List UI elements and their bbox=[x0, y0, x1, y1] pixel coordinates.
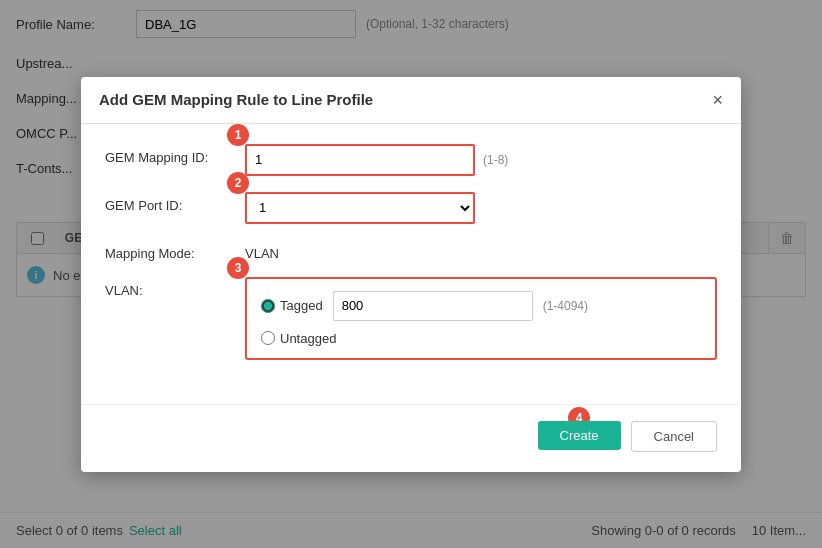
modal-overlay: Add GEM Mapping Rule to Line Profile × G… bbox=[0, 0, 822, 548]
vlan-controls: 3 Tagged (1-4094) bbox=[245, 277, 717, 360]
modal-divider bbox=[81, 404, 741, 405]
tagged-radio[interactable] bbox=[261, 299, 275, 313]
untagged-radio-label[interactable]: Untagged bbox=[261, 331, 336, 346]
mapping-mode-label: Mapping Mode: bbox=[105, 240, 235, 261]
gem-mapping-id-controls: 1 (1-8) bbox=[245, 144, 717, 176]
gem-mapping-id-input[interactable] bbox=[245, 144, 475, 176]
vlan-row: VLAN: 3 Tagged (1-4094) bbox=[105, 277, 717, 360]
untagged-label: Untagged bbox=[280, 331, 336, 346]
vlan-untagged-row: Untagged bbox=[261, 331, 701, 346]
modal-close-button[interactable]: × bbox=[712, 91, 723, 109]
step-badge-2: 2 bbox=[227, 172, 249, 194]
vlan-tagged-row: Tagged (1-4094) bbox=[261, 291, 701, 321]
step-badge-3: 3 bbox=[227, 257, 249, 279]
tagged-radio-label[interactable]: Tagged bbox=[261, 298, 323, 313]
gem-mapping-id-range: (1-8) bbox=[483, 153, 508, 167]
gem-port-id-controls: 2 1 2 3 bbox=[245, 192, 717, 224]
vlan-label: VLAN: bbox=[105, 277, 235, 298]
mapping-mode-value: VLAN bbox=[245, 240, 279, 261]
gem-mapping-id-row: GEM Mapping ID: 1 (1-8) bbox=[105, 144, 717, 176]
modal-body: GEM Mapping ID: 1 (1-8) GEM Port ID: 2 1… bbox=[81, 124, 741, 396]
cancel-button[interactable]: Cancel bbox=[631, 421, 717, 452]
mapping-mode-controls: VLAN bbox=[245, 240, 717, 261]
step-badge-1: 1 bbox=[227, 124, 249, 146]
vlan-range-hint: (1-4094) bbox=[543, 299, 588, 313]
modal-footer: 4 Create Cancel bbox=[81, 421, 741, 472]
modal-dialog: Add GEM Mapping Rule to Line Profile × G… bbox=[81, 77, 741, 472]
modal-header: Add GEM Mapping Rule to Line Profile × bbox=[81, 77, 741, 124]
mapping-mode-row: Mapping Mode: VLAN bbox=[105, 240, 717, 261]
vlan-value-input[interactable] bbox=[333, 291, 533, 321]
untagged-radio[interactable] bbox=[261, 331, 275, 345]
create-button[interactable]: Create bbox=[538, 421, 621, 450]
gem-mapping-id-label: GEM Mapping ID: bbox=[105, 144, 235, 165]
create-btn-wrapper: 4 Create bbox=[538, 421, 621, 452]
gem-port-id-label: GEM Port ID: bbox=[105, 192, 235, 213]
modal-title: Add GEM Mapping Rule to Line Profile bbox=[99, 91, 373, 108]
tagged-label: Tagged bbox=[280, 298, 323, 313]
gem-port-id-row: GEM Port ID: 2 1 2 3 bbox=[105, 192, 717, 224]
vlan-section: Tagged (1-4094) Untagged bbox=[245, 277, 717, 360]
gem-port-id-select[interactable]: 1 2 3 bbox=[245, 192, 475, 224]
